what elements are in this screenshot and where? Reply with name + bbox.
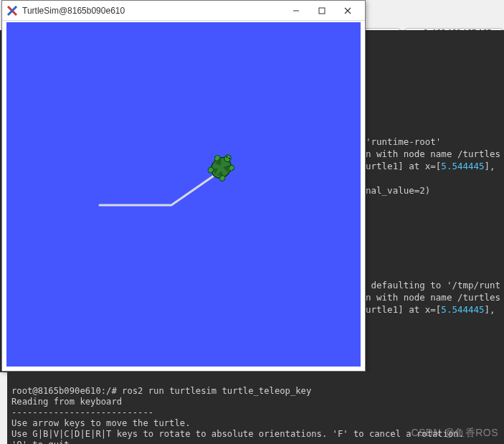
- terminal-line: Use G|B|V|C|D|E|R|T keys to rotate to ab…: [11, 429, 464, 439]
- terminal-line: Use arrow keys to move the turtle.: [11, 418, 190, 428]
- maximize-icon: [318, 7, 325, 14]
- terminal-output-block-2: defaulting to '/tmp/runtn with node name…: [366, 267, 500, 328]
- turtlesim-canvas[interactable]: [6, 22, 361, 367]
- svg-rect-2: [319, 8, 325, 14]
- minimize-icon: [293, 7, 300, 14]
- shell-prompt: root@8165b090e610:/#: [11, 386, 122, 396]
- terminal-line: ---------------------------: [11, 407, 153, 417]
- terminal-line: 'Q' to quit.: [11, 440, 75, 444]
- xserver-icon: [6, 5, 18, 16]
- terminal-output-block-1: 'runtime-root'n with node name /turtlesu…: [366, 123, 500, 209]
- shell-command: ros2 run turtlesim turtle_teleop_key: [122, 386, 311, 396]
- turtle-trail: [6, 22, 361, 367]
- terminal-line: Reading from keyboard: [11, 397, 122, 407]
- close-button[interactable]: [335, 3, 361, 19]
- turtlesim-window: TurtleSim@8165b090e610: [1, 0, 366, 372]
- titlebar[interactable]: TurtleSim@8165b090e610: [2, 1, 365, 21]
- window-title: TurtleSim@8165b090e610: [22, 6, 283, 16]
- minimize-button[interactable]: [283, 3, 309, 19]
- close-icon: [344, 7, 351, 14]
- maximize-button[interactable]: [309, 3, 335, 19]
- watermark: CSDN @鱼香ROS: [411, 427, 498, 440]
